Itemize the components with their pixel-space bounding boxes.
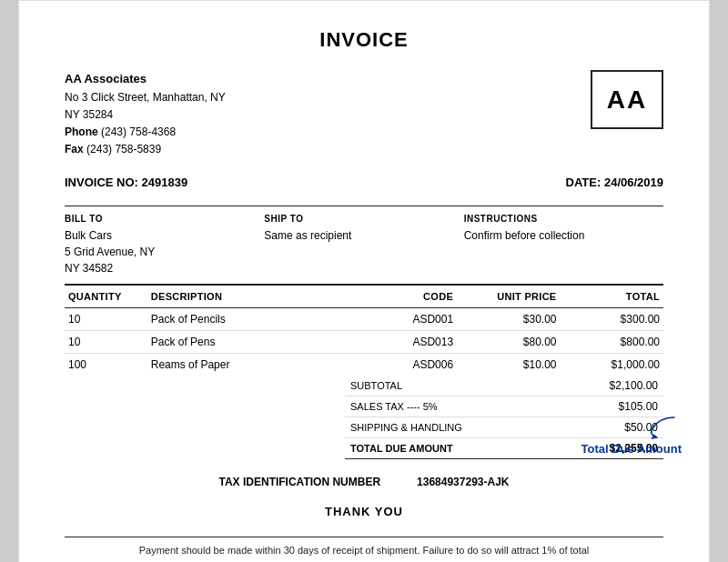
bill-to-col: BILL TO Bulk Cars 5 Grid Avenue, NY NY 3…	[65, 214, 264, 276]
company-fax: Fax (243) 758-5839	[65, 141, 226, 158]
header-description: DESCRIPTION	[147, 285, 354, 307]
company-address1: No 3 Click Street, Manhattan, NY	[65, 89, 226, 106]
invoice-title: INVOICE	[65, 28, 663, 52]
footer-note: Payment should be made within 30 days of…	[65, 537, 663, 556]
cell-quantity: 10	[65, 330, 147, 353]
thank-you: THANK YOU	[65, 505, 663, 518]
cell-total: $300.00	[561, 307, 663, 330]
cell-unit-price: $80.00	[457, 330, 560, 353]
cell-quantity: 100	[65, 353, 147, 376]
cell-unit-price: $30.00	[457, 307, 560, 330]
tax-section: TAX IDENTIFICATION NUMBER 13684937293-AJ…	[65, 476, 663, 488]
header-code: CODE	[354, 285, 457, 307]
invoice-number: INVOICE NO: 2491839	[65, 176, 187, 189]
invoice-meta: INVOICE NO: 2491839 DATE: 24/06/2019	[65, 176, 663, 189]
header-unit-price: UNIT PRICE	[457, 285, 560, 307]
company-address2: NY 35284	[65, 106, 226, 124]
cell-description: Pack of Pencils	[147, 307, 354, 330]
cell-code: ASD001	[354, 307, 457, 330]
items-table: QUANTITY DESCRIPTION CODE UNIT PRICE TOT…	[65, 285, 663, 376]
cell-description: Reams of Paper	[147, 353, 354, 376]
tax-id-label: TAX IDENTIFICATION NUMBER	[219, 476, 381, 488]
invoice-page: INVOICE AA Associates No 3 Click Street,…	[18, 0, 710, 562]
annotation-label: Total Due Amount	[581, 442, 682, 456]
company-logo: AA	[591, 70, 663, 129]
table-header-row: QUANTITY DESCRIPTION CODE UNIT PRICE TOT…	[65, 285, 663, 307]
header-total: TOTAL	[561, 285, 663, 307]
company-phone: Phone (243) 758-4368	[65, 124, 226, 141]
cell-code: ASD006	[354, 353, 457, 376]
cell-unit-price: $10.00	[457, 353, 560, 376]
table-row: 100 Reams of Paper ASD006 $10.00 $1,000.…	[65, 353, 663, 376]
header-section: AA Associates No 3 Click Street, Manhatt…	[65, 70, 663, 159]
annotation: Total Due Amount	[581, 413, 682, 456]
cell-description: Pack of Pens	[147, 330, 354, 353]
invoice-date: DATE: 24/06/2019	[566, 176, 663, 189]
totals-section: SUBTOTAL $2,100.00 SALES TAX ---- 5% $10…	[65, 376, 663, 459]
table-row: 10 Pack of Pencils ASD001 $30.00 $300.00	[65, 307, 663, 330]
instructions-col: INSTRUCTIONS Confirm before collection	[464, 214, 663, 276]
cell-quantity: 10	[65, 307, 147, 330]
cell-total: $800.00	[561, 330, 663, 353]
table-row: 10 Pack of Pens ASD013 $80.00 $800.00	[65, 330, 663, 353]
subtotal-row: SUBTOTAL $2,100.00	[345, 376, 663, 396]
annotation-arrow-icon	[645, 413, 682, 440]
cell-total: $1,000.00	[561, 353, 663, 376]
address-section: BILL TO Bulk Cars 5 Grid Avenue, NY NY 3…	[65, 206, 663, 285]
company-info: AA Associates No 3 Click Street, Manhatt…	[65, 70, 226, 159]
header-quantity: QUANTITY	[65, 285, 147, 307]
company-name: AA Associates	[65, 70, 226, 89]
tax-id-value: 13684937293-AJK	[417, 476, 509, 488]
ship-to-col: SHIP TO Same as recipient	[264, 214, 463, 276]
cell-code: ASD013	[354, 330, 457, 353]
